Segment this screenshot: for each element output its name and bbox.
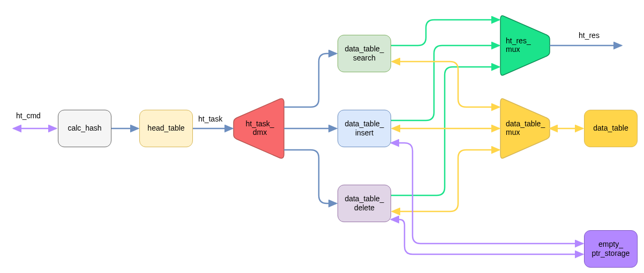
edge-delete-dtmux bbox=[392, 150, 499, 211]
node-calc-hash: calc_hash bbox=[58, 110, 111, 147]
node-data-table-mux-label: data_table_mux bbox=[506, 119, 549, 136]
node-empty-ptr-storage: empty_ptr_storage bbox=[584, 230, 638, 268]
edge-search-dtmux bbox=[392, 62, 499, 107]
label-ht-task: ht_task bbox=[198, 115, 222, 123]
node-data-table-insert: data_table_insert bbox=[338, 110, 391, 147]
edge-search-resmux bbox=[391, 20, 499, 46]
node-data-table-delete-label: data_table_delete bbox=[345, 194, 384, 213]
edge-dmx-delete bbox=[284, 150, 336, 203]
node-ht-res-mux-label: ht_res_mux bbox=[506, 36, 543, 54]
node-head-table-label: head_table bbox=[147, 124, 184, 133]
edge-insert-resmux bbox=[391, 46, 499, 120]
node-data-table: data_table bbox=[584, 110, 638, 147]
node-head-table: head_table bbox=[139, 110, 193, 147]
node-data-table-delete: data_table_delete bbox=[338, 185, 391, 222]
label-ht-cmd: ht_cmd bbox=[16, 111, 41, 120]
node-data-table-label: data_table bbox=[593, 124, 628, 133]
label-ht-res: ht_res bbox=[579, 31, 600, 40]
edge-delete-eps bbox=[391, 219, 583, 254]
edge-delete-resmux bbox=[391, 67, 499, 195]
diagram-stage: ht_cmd ht_task ht_res calc_hash head_tab… bbox=[0, 0, 644, 273]
node-data-table-search-label: data_table_search bbox=[345, 44, 384, 63]
edge-dmx-search bbox=[284, 54, 336, 107]
node-data-table-insert-label: data_table_insert bbox=[345, 119, 384, 138]
node-data-table-search: data_table_search bbox=[338, 35, 391, 72]
node-calc-hash-label: calc_hash bbox=[68, 124, 101, 133]
node-empty-ptr-storage-label: empty_ptr_storage bbox=[592, 240, 630, 259]
node-ht-task-dmx-label: ht_task_dmx bbox=[241, 119, 279, 136]
edge-insert-eps bbox=[391, 143, 583, 244]
